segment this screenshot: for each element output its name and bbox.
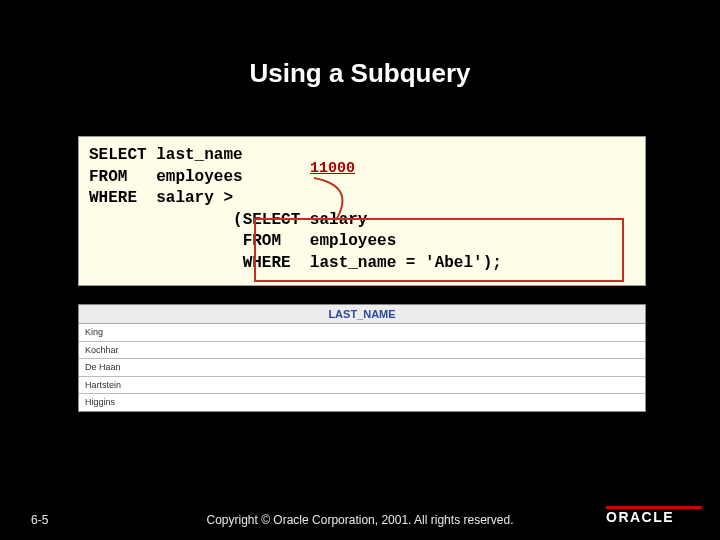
table-row: Hartstein (79, 377, 645, 395)
table-row: Higgins (79, 394, 645, 411)
subquery-return-value-annotation: 11000 (310, 160, 355, 177)
slide-footer: 6-5 Copyright © Oracle Corporation, 2001… (0, 507, 720, 527)
table-row: King (79, 324, 645, 342)
table-row: Kochhar (79, 342, 645, 360)
result-header: LAST_NAME (79, 305, 645, 324)
table-row: De Haan (79, 359, 645, 377)
logo-text: ORACLE (606, 510, 702, 524)
query-result-table: LAST_NAME King Kochhar De Haan Hartstein… (78, 304, 646, 412)
slide: Using a Subquery SELECT last_name FROM e… (0, 0, 720, 540)
sql-code-block: SELECT last_name FROM employees WHERE sa… (78, 136, 646, 286)
oracle-logo: ORACLE (606, 506, 702, 520)
slide-title: Using a Subquery (0, 58, 720, 89)
